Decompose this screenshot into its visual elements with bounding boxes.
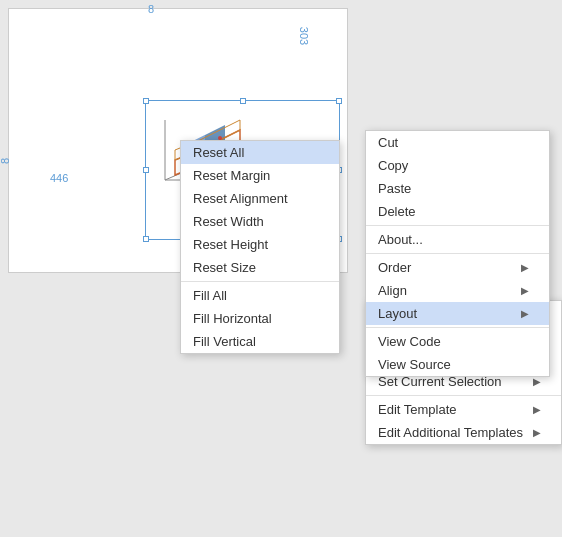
layout-reset-height[interactable]: Reset Height: [181, 233, 339, 256]
layout-reset-size[interactable]: Reset Size: [181, 256, 339, 279]
handle-bottom-left[interactable]: [143, 236, 149, 242]
edit-template-arrow: ▶: [533, 404, 541, 415]
layout-reset-width[interactable]: Reset Width: [181, 210, 339, 233]
layout-fill-all[interactable]: Fill All: [181, 284, 339, 307]
canvas-area: 8 8 446 303 Cut Copy: [0, 0, 562, 537]
menu-delete[interactable]: Delete: [366, 200, 549, 223]
handle-mid-left[interactable]: [143, 167, 149, 173]
dimension-left: 8: [0, 158, 11, 164]
handle-top-left[interactable]: [143, 98, 149, 104]
handle-top-right[interactable]: [336, 98, 342, 104]
menu-align[interactable]: Align ▶: [366, 279, 549, 302]
menu-edit-template[interactable]: Edit Template ▶: [366, 398, 561, 421]
layout-reset-margin[interactable]: Reset Margin: [181, 164, 339, 187]
layout-arrow: ▶: [521, 308, 529, 319]
set-current-arrow: ▶: [533, 376, 541, 387]
dimension-top: 8: [148, 3, 154, 15]
order-arrow: ▶: [521, 262, 529, 273]
menu-about[interactable]: About...: [366, 228, 549, 251]
layout-submenu-panel: Reset All Reset Margin Reset Alignment R…: [180, 140, 340, 354]
layout-fill-horizontal[interactable]: Fill Horizontal: [181, 307, 339, 330]
dimension-width: 446: [50, 172, 68, 184]
separator-1: [366, 225, 549, 226]
context-menu: Cut Copy Paste Delete About... Order ▶ A…: [365, 130, 550, 377]
separator-3: [366, 327, 549, 328]
separator-2: [366, 253, 549, 254]
dimension-height: 303: [298, 27, 310, 45]
menu-layout[interactable]: Layout ▶: [366, 302, 549, 325]
menu-order[interactable]: Order ▶: [366, 256, 549, 279]
menu-cut[interactable]: Cut: [366, 131, 549, 154]
template-sep: [366, 395, 561, 396]
menu-copy[interactable]: Copy: [366, 154, 549, 177]
layout-reset-all[interactable]: Reset All: [181, 141, 339, 164]
layout-fill-vertical[interactable]: Fill Vertical: [181, 330, 339, 353]
menu-paste[interactable]: Paste: [366, 177, 549, 200]
menu-viewsource[interactable]: View Source: [366, 353, 549, 376]
menu-edit-additional[interactable]: Edit Additional Templates ▶: [366, 421, 561, 444]
menu-viewcode[interactable]: View Code: [366, 330, 549, 353]
align-arrow: ▶: [521, 285, 529, 296]
layout-sep: [181, 281, 339, 282]
layout-reset-alignment[interactable]: Reset Alignment: [181, 187, 339, 210]
handle-top-mid[interactable]: [240, 98, 246, 104]
edit-additional-arrow: ▶: [533, 427, 541, 438]
layout-submenu: Reset All Reset Margin Reset Alignment R…: [180, 140, 340, 354]
